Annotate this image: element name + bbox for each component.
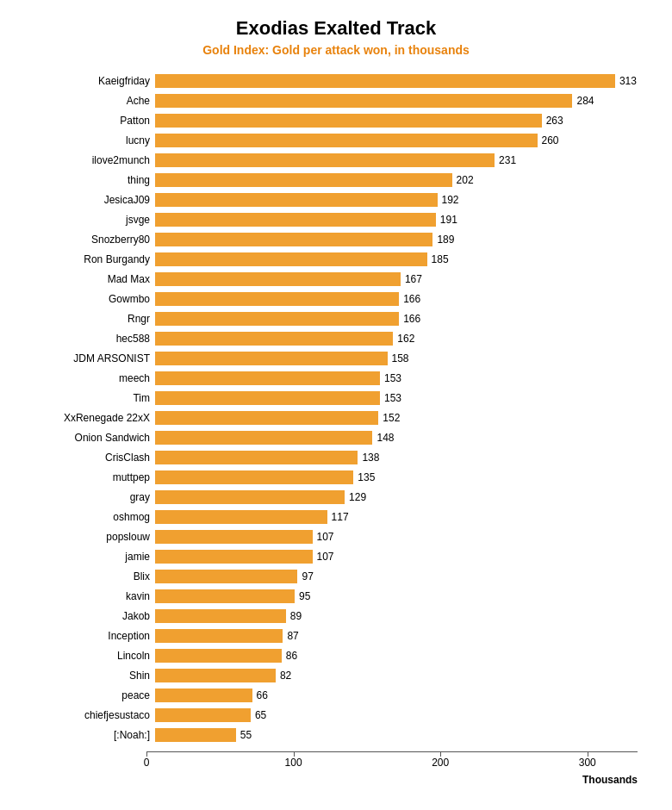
bar-value: 138 bbox=[362, 452, 379, 464]
bar-container: 97 bbox=[155, 570, 663, 583]
bar-row: ilove2munch231 bbox=[17, 152, 663, 169]
bar bbox=[155, 332, 393, 346]
chart-area: Kaeigfriday313Ache284Patton263lucny260il… bbox=[9, 72, 663, 746]
bar-value: 313 bbox=[619, 75, 637, 87]
bar-value: 148 bbox=[376, 432, 394, 444]
bar-label: Gowmbo bbox=[17, 293, 155, 305]
bar-label: Blix bbox=[17, 570, 155, 583]
bar-row: jsvge191 bbox=[17, 211, 663, 228]
bar-label: ilove2munch bbox=[17, 154, 155, 166]
tick-label: 300 bbox=[579, 757, 596, 769]
bar-value: 97 bbox=[302, 570, 313, 583]
bar-row: thing202 bbox=[17, 171, 663, 189]
bar-label: muttpep bbox=[17, 471, 155, 483]
chart-title: Exodias Exalted Track bbox=[9, 17, 663, 40]
bar-container: 148 bbox=[155, 431, 663, 445]
bar-row: kavin95 bbox=[17, 588, 663, 605]
bar-container: 86 bbox=[155, 649, 663, 663]
bar-container: 260 bbox=[155, 134, 663, 147]
tick-label: 200 bbox=[432, 757, 449, 769]
bar bbox=[155, 312, 399, 326]
bar-container: 192 bbox=[155, 193, 663, 207]
bar-container: 66 bbox=[155, 688, 663, 702]
bar-label: lucny bbox=[17, 134, 155, 146]
bar-value: 231 bbox=[499, 154, 516, 166]
bar-container: 107 bbox=[155, 530, 663, 544]
bar-container: 117 bbox=[155, 510, 663, 524]
bar-value: 82 bbox=[280, 670, 291, 682]
bar bbox=[155, 252, 427, 266]
bar bbox=[155, 134, 538, 147]
bar-value: 162 bbox=[397, 333, 414, 345]
bar bbox=[155, 411, 378, 425]
bar-label: gray bbox=[17, 491, 155, 503]
bar-container: 189 bbox=[155, 233, 663, 246]
tick-label: 0 bbox=[144, 757, 150, 769]
bar bbox=[155, 708, 251, 722]
bar-container: 153 bbox=[155, 371, 663, 385]
bar-value: 86 bbox=[286, 650, 297, 662]
bar bbox=[155, 94, 572, 108]
bar-row: lucny260 bbox=[17, 132, 663, 149]
bar-row: Mad Max167 bbox=[17, 271, 663, 288]
bar-label: Ron Burgandy bbox=[17, 253, 155, 265]
bar bbox=[155, 688, 252, 702]
bar-row: Snozberry80189 bbox=[17, 231, 663, 248]
bar-container: 166 bbox=[155, 292, 663, 306]
bar-value: 66 bbox=[257, 689, 268, 701]
bar-container: 166 bbox=[155, 312, 663, 326]
bar-container: 231 bbox=[155, 153, 663, 167]
bar-value: 89 bbox=[290, 610, 302, 622]
bar-value: 129 bbox=[349, 491, 366, 503]
bar bbox=[155, 233, 432, 246]
bar-value: 191 bbox=[440, 214, 457, 226]
bar bbox=[155, 431, 372, 445]
bar-label: Tim bbox=[17, 392, 155, 404]
x-axis-unit-label: Thousands bbox=[9, 774, 663, 786]
bar bbox=[155, 173, 452, 187]
bar-row: Gowmbo166 bbox=[17, 290, 663, 308]
bar bbox=[155, 272, 401, 286]
bar-row: CrisClash138 bbox=[17, 449, 663, 466]
bar-container: 313 bbox=[155, 74, 663, 88]
bar-value: 263 bbox=[546, 115, 563, 127]
bar-row: Tim153 bbox=[17, 389, 663, 407]
bar-label: hec588 bbox=[17, 333, 155, 345]
bar bbox=[155, 292, 399, 306]
bar-label: Snozberry80 bbox=[17, 234, 155, 246]
bar-label: Patton bbox=[17, 115, 155, 127]
bar bbox=[155, 352, 388, 365]
bar-value: 189 bbox=[437, 234, 454, 246]
bar bbox=[155, 669, 276, 682]
bar-row: Patton263 bbox=[17, 112, 663, 129]
bar-value: 152 bbox=[383, 412, 400, 424]
bar-container: 55 bbox=[155, 728, 663, 742]
bar-container: 185 bbox=[155, 252, 663, 266]
bar-label: jamie bbox=[17, 551, 155, 563]
bar bbox=[155, 629, 283, 643]
bar-value: 284 bbox=[576, 95, 594, 107]
bar-label: chiefjesustaco bbox=[17, 709, 155, 721]
bar-row: Kaeigfriday313 bbox=[17, 72, 663, 90]
tick-label-row: 0100200300 bbox=[140, 757, 655, 772]
bar bbox=[155, 114, 542, 128]
bar-label: thing bbox=[17, 174, 155, 186]
bar-container: 135 bbox=[155, 470, 663, 484]
bar-container: 87 bbox=[155, 629, 663, 643]
bar-row: chiefjesustaco65 bbox=[17, 707, 663, 724]
bar-value: 202 bbox=[457, 174, 474, 186]
bar-row: oshmog117 bbox=[17, 508, 663, 526]
bar-row: meech153 bbox=[17, 370, 663, 387]
bar-row: XxRenegade 22xX152 bbox=[17, 409, 663, 427]
bar-container: 152 bbox=[155, 411, 663, 425]
bar-value: 158 bbox=[392, 352, 409, 364]
bar-row: Blix97 bbox=[17, 568, 663, 585]
bar-label: Ache bbox=[17, 95, 155, 107]
bar-label: Jakob bbox=[17, 610, 155, 622]
bar-container: 167 bbox=[155, 272, 663, 286]
bar-label: Inception bbox=[17, 630, 155, 642]
bar-row: muttpep135 bbox=[17, 469, 663, 486]
bar-value: 107 bbox=[317, 551, 334, 563]
bar-container: 82 bbox=[155, 669, 663, 682]
bar-value: 166 bbox=[403, 313, 420, 325]
